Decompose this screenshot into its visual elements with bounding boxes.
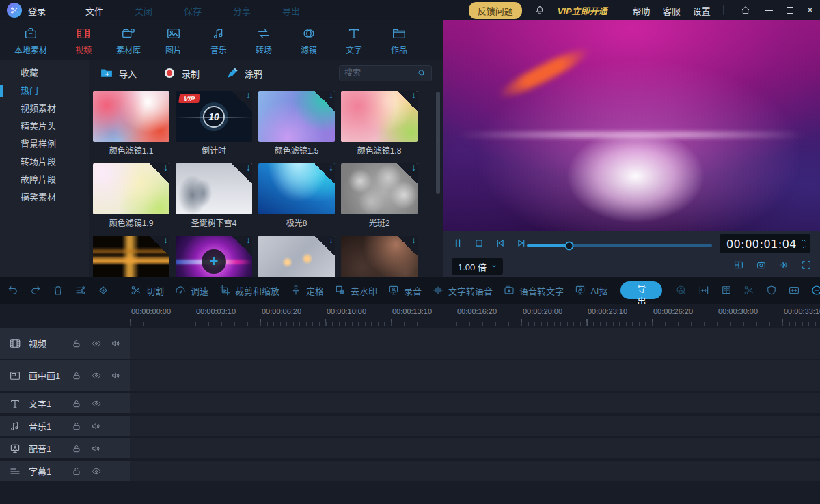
download-icon[interactable] [149,163,169,184]
crop-zoom-button[interactable]: 裁剪和缩放 [219,284,279,297]
track-lane-pip[interactable] [130,360,820,391]
panel-resize-grip[interactable]: ···· [400,268,414,276]
category-glitch[interactable]: 故障片段 [0,171,89,188]
download-icon[interactable] [397,163,418,184]
download-icon[interactable] [397,236,418,256]
lock-icon[interactable] [71,398,82,409]
fullscreen-icon[interactable] [801,260,812,270]
library-item[interactable]: 颜色滤镜1.5 [258,91,335,156]
tab-local-media[interactable]: 本地素材 [4,26,57,55]
marker-icon[interactable] [97,284,109,296]
library-item[interactable]: 光斑2 [341,163,418,228]
record-button[interactable]: 录制 [163,66,200,80]
library-item[interactable]: 颜色滤镜1.1 [93,91,169,156]
doodle-button[interactable]: 涂鸦 [226,66,262,80]
download-icon[interactable] [314,236,335,256]
timecode-box[interactable]: 00:00:01:04 [720,234,810,253]
speed-button[interactable]: 调速 [174,284,208,297]
download-icon[interactable] [149,236,169,256]
visibility-icon[interactable] [91,338,102,349]
fit-width-icon[interactable] [788,284,800,296]
remove-watermark-button[interactable]: 去水印 [334,284,377,297]
library-item[interactable]: 极光8 [258,163,335,228]
category-video-clips[interactable]: 视频素材 [0,100,89,117]
import-button[interactable]: 导入 [100,66,137,80]
menu-save[interactable]: 保存 [184,4,202,17]
visibility-icon[interactable] [91,398,102,409]
speech-to-text-button[interactable]: 语音转文字 [503,284,564,297]
audio-icon[interactable] [111,370,122,381]
minimize-icon[interactable] [765,10,773,11]
tab-library[interactable]: 素材库 [106,26,151,55]
download-icon[interactable] [232,163,252,184]
delete-icon[interactable] [52,284,64,296]
freeze-button[interactable]: 定格 [290,284,324,297]
download-icon[interactable] [314,91,335,111]
download-icon[interactable] [314,163,335,184]
redo-icon[interactable] [29,284,42,296]
clip-scissors-icon[interactable] [743,284,755,296]
menu-share[interactable]: 分享 [233,4,251,17]
menu-close[interactable]: 关闭 [135,4,152,17]
library-item[interactable]: VIP 10 倒计时 [176,91,252,156]
library-item[interactable]: 圣诞树下雪4 [176,163,252,228]
shield-icon[interactable] [765,284,778,296]
track-lane-music[interactable] [130,416,820,436]
video-canvas[interactable] [443,20,820,231]
track-lane-subtitle[interactable] [130,461,820,481]
feedback-button[interactable]: 反馈问题 [469,2,522,19]
record-audio-button[interactable]: 录音 [387,284,422,297]
track-lane-video[interactable] [130,328,820,359]
category-intros[interactable]: 精美片头 [0,117,89,135]
download-icon[interactable] [232,91,252,111]
tab-filter[interactable]: 滤镜 [286,26,331,55]
maximize-icon[interactable] [787,7,793,14]
menu-export[interactable]: 导出 [282,4,300,17]
lock-icon[interactable] [71,466,82,477]
prev-frame-icon[interactable] [494,237,506,249]
download-icon[interactable] [397,91,418,111]
visibility-icon[interactable] [91,370,102,381]
tab-video[interactable]: 视频 [61,26,106,55]
properties-icon[interactable] [74,284,87,296]
tab-text[interactable]: 文字 [331,26,377,55]
ai-cutout-button[interactable]: AI抠 [574,284,607,297]
layout-icon[interactable] [733,260,744,270]
undo-icon[interactable] [7,284,19,296]
audio-icon[interactable] [91,443,102,454]
track-lane-voice[interactable] [130,438,820,458]
tab-works[interactable]: 作品 [377,26,422,55]
export-button[interactable]: 导出 [620,281,662,299]
category-backgrounds[interactable]: 背景样例 [0,135,89,153]
zoom-out-icon[interactable] [810,284,820,296]
split-merge-icon[interactable] [698,284,710,296]
pause-icon[interactable] [452,237,464,249]
search-box[interactable] [339,65,432,81]
bell-icon[interactable] [534,5,545,16]
library-item[interactable]: 颜色滤镜1.9 [93,163,169,228]
lock-icon[interactable] [71,421,82,432]
category-transitions[interactable]: 转场片段 [0,153,89,171]
track-lane-text[interactable] [130,393,820,413]
pages-icon[interactable] [720,284,733,296]
lock-icon[interactable] [71,338,82,349]
add-icon[interactable] [202,249,226,274]
reel-icon[interactable] [675,284,687,296]
category-hot[interactable]: 热门 [0,82,89,100]
next-frame-icon[interactable] [515,237,528,249]
stop-icon[interactable] [473,237,485,249]
tab-image[interactable]: 图片 [151,26,196,55]
download-icon[interactable] [232,236,252,256]
audio-icon[interactable] [91,421,102,432]
lock-icon[interactable] [71,370,82,381]
text-to-speech-button[interactable]: 文字转语音 [432,284,493,297]
snapshot-icon[interactable] [756,260,767,270]
speed-dropdown[interactable]: 1.00 倍 [452,258,503,275]
home-icon[interactable] [740,5,751,16]
visibility-icon[interactable] [91,466,102,477]
settings-button[interactable]: 设置 [693,4,711,17]
lock-icon[interactable] [71,443,82,454]
search-input[interactable] [344,68,417,78]
audio-icon[interactable] [111,338,122,349]
help-button[interactable]: 帮助 [633,4,651,17]
